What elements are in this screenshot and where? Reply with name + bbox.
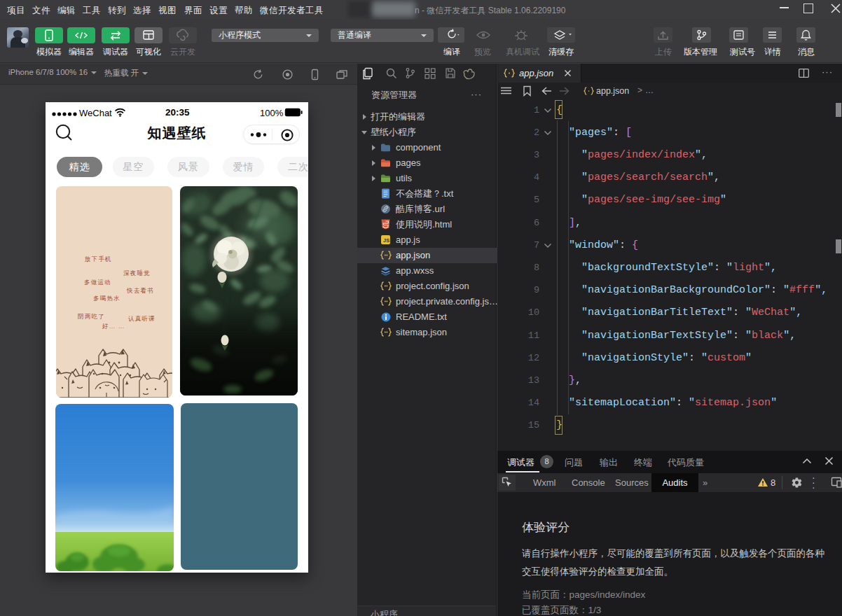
- svg-text:好… …: 好… …: [102, 323, 125, 330]
- svg-text:JS: JS: [383, 237, 389, 244]
- svg-text:阴两吃了: 阴两吃了: [78, 313, 105, 320]
- svg-text:快去看书: 快去看书: [126, 287, 154, 294]
- svg-text:多喝热水: 多喝热水: [93, 295, 120, 302]
- svg-text:深夜睡觉: 深夜睡觉: [123, 270, 151, 276]
- svg-text:放下手机: 放下手机: [85, 255, 112, 262]
- svg-text:多做运动: 多做运动: [84, 279, 111, 286]
- svg-text:认真听课: 认真听课: [128, 315, 156, 322]
